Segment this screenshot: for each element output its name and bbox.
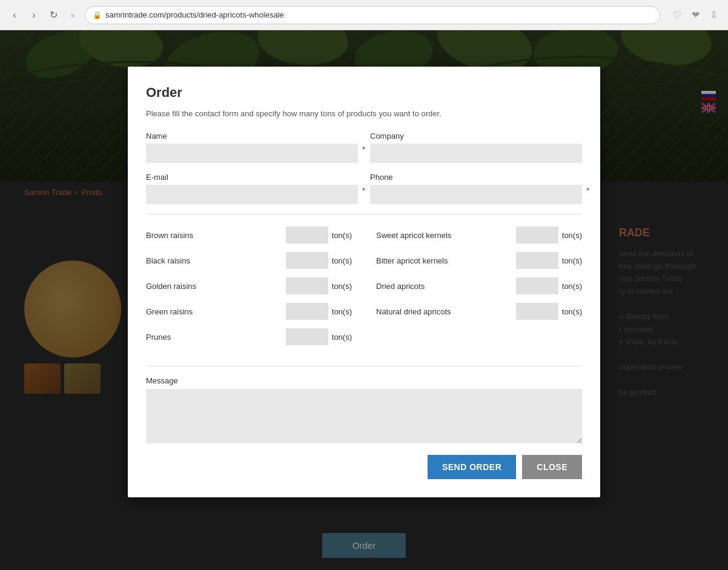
qty-green-raisins[interactable]: [286, 303, 328, 320]
forward-button[interactable]: ›: [27, 8, 41, 22]
modal-description: Please fill the contact form and specify…: [146, 109, 582, 118]
form-divider-2: [146, 366, 582, 366]
page-background: Samrin Trade › Produ RADE meet the deman…: [0, 30, 728, 570]
email-input[interactable]: [146, 185, 358, 204]
product-name-dried-apricots: Dried apricots: [376, 282, 516, 291]
url-bar[interactable]: 🔒 samrintrade.com/products/dried-apricot…: [85, 6, 660, 24]
form-row-name-company: Name * Company: [146, 131, 582, 163]
phone-field-group: Phone *: [370, 173, 582, 204]
company-field-group: Company: [370, 131, 582, 163]
product-row-golden-raisins: Golden raisins ton(s): [146, 277, 352, 294]
qty-sweet-apricot[interactable]: [516, 227, 558, 244]
email-field-group: E-mail *: [146, 173, 358, 204]
browser-actions: ♡ ❤ ⇩: [670, 8, 721, 22]
product-row-black-raisins: Black raisins ton(s): [146, 252, 352, 269]
product-row-sweet-apricot: Sweet apricot kernels ton(s): [376, 227, 582, 244]
ton-label-brown-raisins: ton(s): [332, 231, 352, 240]
ton-label-sweet-apricot: ton(s): [562, 231, 582, 240]
name-required-star: *: [362, 145, 365, 154]
qty-black-raisins[interactable]: [286, 252, 328, 269]
close-button[interactable]: CLOSE: [522, 455, 582, 479]
name-label: Name: [146, 131, 358, 141]
product-name-bitter-apricot: Bitter apricot kernels: [376, 256, 516, 265]
message-label: Message: [146, 376, 582, 385]
name-input[interactable]: [146, 144, 358, 163]
products-section: Brown raisins ton(s) Black raisins ton(s…: [146, 227, 582, 354]
phone-input[interactable]: [370, 185, 582, 204]
apps-button[interactable]: ▫: [65, 8, 80, 22]
product-name-golden-raisins: Golden raisins: [146, 282, 286, 291]
products-column-left: Brown raisins ton(s) Black raisins ton(s…: [146, 227, 352, 354]
qty-dried-apricots[interactable]: [516, 277, 558, 294]
url-text: samrintrade.com/products/dried-apricots-…: [105, 10, 284, 19]
refresh-button[interactable]: ↻: [46, 8, 61, 22]
company-input[interactable]: [370, 144, 582, 163]
qty-prunes[interactable]: [286, 328, 328, 345]
download-icon[interactable]: ⇩: [706, 8, 721, 22]
product-row-green-raisins: Green raisins ton(s): [146, 303, 352, 320]
name-field-group: Name *: [146, 131, 358, 163]
lock-icon: 🔒: [93, 11, 102, 19]
bookmark-icon[interactable]: ♡: [670, 8, 684, 22]
product-name-brown-raisins: Brown raisins: [146, 231, 286, 240]
qty-golden-raisins[interactable]: [286, 277, 328, 294]
product-row-dried-apricots: Dried apricots ton(s): [376, 277, 582, 294]
product-name-green-raisins: Green raisins: [146, 307, 286, 316]
product-name-natural-dried: Natural dried apricots: [376, 307, 516, 316]
ton-label-dried-apricots: ton(s): [562, 282, 582, 291]
ton-label-natural-dried: ton(s): [562, 307, 582, 316]
qty-brown-raisins[interactable]: [286, 227, 328, 244]
back-button[interactable]: ‹: [7, 8, 22, 22]
product-name-prunes: Prunes: [146, 333, 286, 342]
send-order-button[interactable]: SEND ORDER: [428, 455, 516, 479]
product-name-sweet-apricot: Sweet apricot kernels: [376, 231, 516, 240]
ton-label-black-raisins: ton(s): [332, 256, 352, 265]
form-divider: [146, 214, 582, 214]
product-row-bitter-apricot: Bitter apricot kernels ton(s): [376, 252, 582, 269]
form-row-email-phone: E-mail * Phone *: [146, 173, 582, 204]
qty-natural-dried[interactable]: [516, 303, 558, 320]
product-row-prunes: Prunes ton(s): [146, 328, 352, 345]
ton-label-bitter-apricot: ton(s): [562, 256, 582, 265]
email-required-star: *: [362, 186, 365, 195]
email-label: E-mail: [146, 173, 358, 182]
qty-bitter-apricot[interactable]: [516, 252, 558, 269]
order-modal: Order Please fill the contact form and s…: [128, 67, 600, 497]
company-label: Company: [370, 131, 582, 141]
favorites-icon[interactable]: ❤: [688, 8, 703, 22]
products-column-right: Sweet apricot kernels ton(s) Bitter apri…: [376, 227, 582, 354]
modal-footer: SEND ORDER CLOSE: [146, 455, 582, 479]
browser-chrome: ‹ › ↻ ▫ 🔒 samrintrade.com/products/dried…: [0, 0, 728, 30]
product-row-natural-dried: Natural dried apricots ton(s): [376, 303, 582, 320]
product-row-brown-raisins: Brown raisins ton(s): [146, 227, 352, 244]
ton-label-green-raisins: ton(s): [332, 307, 352, 316]
phone-required-star: *: [586, 186, 589, 195]
product-name-black-raisins: Black raisins: [146, 256, 286, 265]
phone-label: Phone: [370, 173, 582, 182]
modal-title: Order: [146, 85, 582, 101]
ton-label-golden-raisins: ton(s): [332, 282, 352, 291]
ton-label-prunes: ton(s): [332, 333, 352, 342]
message-textarea[interactable]: [146, 389, 582, 443]
